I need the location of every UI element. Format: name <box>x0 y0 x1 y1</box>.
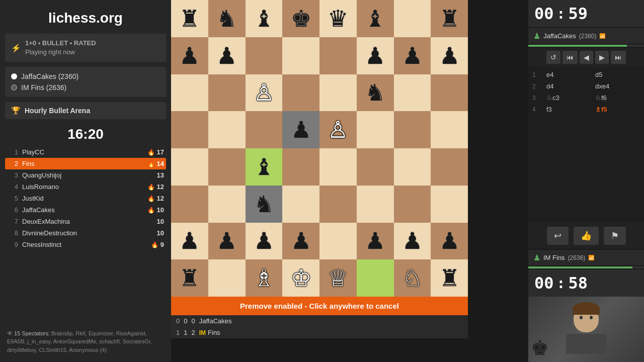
chess-cell-2-6[interactable] <box>394 74 431 112</box>
timer-colon-top: : <box>557 6 566 22</box>
chess-cell-2-4[interactable] <box>319 74 357 112</box>
chess-cell-1-1[interactable]: ♟ <box>208 37 246 74</box>
lb-row-3[interactable]: 3 QuangUshijoj 13 <box>5 169 166 181</box>
chess-cell-4-5[interactable] <box>357 148 394 186</box>
last-move-button[interactable]: ⏭ <box>611 51 626 64</box>
lb-row-1[interactable]: 1 PlayCC 🔥 17 <box>5 146 166 158</box>
chess-cell-7-2[interactable]: ♗ <box>246 259 283 297</box>
undo-button[interactable]: ↩ <box>547 227 569 245</box>
chess-cell-4-1[interactable] <box>208 148 246 186</box>
chess-cell-4-7[interactable] <box>431 148 468 186</box>
game-info-box: ⚡ 1+0 • BULLET • RATED Playing right now <box>5 34 166 62</box>
chess-cell-1-4[interactable] <box>319 37 357 74</box>
chess-cell-5-1[interactable] <box>208 186 246 223</box>
chess-cell-1-7[interactable]: ♟ <box>431 37 468 74</box>
premove-bar[interactable]: Premove enabled - Click anywhere to canc… <box>171 297 468 315</box>
moves-table: 1 e4 d5 2 d4 dxe4 3 ♘c3 ♘f6 4 f3 ♗f5 <box>528 67 644 223</box>
chess-cell-7-6[interactable]: ♘ <box>394 259 431 297</box>
chess-cell-3-0[interactable] <box>171 111 208 148</box>
lb-row-8[interactable]: 8 DivnineDestruction 10 <box>5 227 166 239</box>
flip-button[interactable]: ↺ <box>546 51 560 64</box>
lb-row-2[interactable]: 2 Fins 🔥 14 <box>5 158 166 169</box>
chess-cell-2-0[interactable] <box>171 74 208 112</box>
bottom-timer-sec: 58 <box>568 274 588 293</box>
chess-cell-6-3[interactable]: ♟ <box>282 223 319 260</box>
chess-cell-4-2[interactable]: ♝ <box>246 148 283 186</box>
chess-cell-0-1[interactable]: ♞ <box>208 0 246 37</box>
next-move-button[interactable]: ▶ <box>595 51 609 64</box>
lb-row-4[interactable]: 4 LuisRomano 🔥 12 <box>5 181 166 193</box>
chess-cell-6-4[interactable] <box>319 223 357 260</box>
chess-cell-1-3[interactable] <box>282 37 319 74</box>
chess-cell-4-4[interactable] <box>319 148 357 186</box>
chess-cell-6-7[interactable]: ♟ <box>431 223 468 260</box>
chess-cell-3-3[interactable]: ♟ <box>282 111 319 148</box>
chess-cell-1-2[interactable] <box>246 37 283 74</box>
chess-cell-5-7[interactable] <box>431 186 468 223</box>
chess-cell-5-0[interactable] <box>171 186 208 223</box>
chess-cell-1-0[interactable]: ♟ <box>171 37 208 74</box>
right-player-jaffa-rating: (2360) <box>579 33 597 40</box>
chess-cell-3-2[interactable] <box>246 111 283 148</box>
lb-row-9[interactable]: 9 ChessInstinct 🔥 9 <box>5 239 166 250</box>
chess-cell-4-6[interactable] <box>394 148 431 186</box>
right-player-jaffa-name: JaffaCakes <box>543 32 576 40</box>
thumbsup-button[interactable]: 👍 <box>574 227 599 245</box>
top-timer-sec: 59 <box>568 4 588 23</box>
player-dot-black <box>11 84 17 90</box>
chess-cell-7-5[interactable] <box>357 259 394 297</box>
chess-cell-0-4[interactable]: ♛ <box>319 0 357 37</box>
chess-cell-6-5[interactable]: ♟ <box>357 223 394 260</box>
person-hair <box>573 302 600 315</box>
chess-cell-3-6[interactable] <box>394 111 431 148</box>
chess-cell-6-0[interactable]: ♟ <box>171 223 208 260</box>
chess-cell-2-3[interactable] <box>282 74 319 112</box>
chess-cell-5-6[interactable] <box>394 186 431 223</box>
chess-cell-3-1[interactable] <box>208 111 246 148</box>
chess-cell-7-1[interactable] <box>208 259 246 297</box>
chess-cell-0-3[interactable]: ♚ <box>282 0 319 37</box>
chess-cell-7-4[interactable]: ♕ <box>319 259 357 297</box>
chess-cell-0-0[interactable]: ♜ <box>171 0 208 37</box>
chess-cell-5-2[interactable]: ♞ <box>246 186 283 223</box>
chess-cell-7-7[interactable]: ♜ <box>431 259 468 297</box>
lb-row-6[interactable]: 6 JaffaCakes 🔥 10 <box>5 204 166 216</box>
chess-cell-6-2[interactable]: ♟ <box>246 223 283 260</box>
chess-cell-4-3[interactable] <box>282 148 319 186</box>
chess-cell-7-0[interactable]: ♜ <box>171 259 208 297</box>
chess-cell-0-7[interactable]: ♜ <box>431 0 468 37</box>
chess-cell-3-4[interactable]: ♙ <box>319 111 357 148</box>
chess-piece-decoration: ♚ <box>531 336 549 359</box>
signal-icon-fins: 📶 <box>588 255 594 260</box>
chess-cell-1-5[interactable]: ♟ <box>357 37 394 74</box>
chess-cell-1-6[interactable]: ♟ <box>394 37 431 74</box>
chess-cell-5-4[interactable] <box>319 186 357 223</box>
chess-cell-5-3[interactable] <box>282 186 319 223</box>
chess-cell-2-1[interactable] <box>208 74 246 112</box>
chess-cell-6-1[interactable]: ♟ <box>208 223 246 260</box>
chess-cell-0-6[interactable] <box>394 0 431 37</box>
chess-cell-6-6[interactable]: ♟ <box>394 223 431 260</box>
chess-cell-0-5[interactable]: ♝ <box>357 0 394 37</box>
chess-cell-0-2[interactable]: ♝ <box>246 0 283 37</box>
lb-row-7[interactable]: 7 DeuxExMachina 10 <box>5 216 166 227</box>
chess-cell-2-5[interactable]: ♞ <box>357 74 394 112</box>
chess-cell-2-7[interactable] <box>431 74 468 112</box>
chess-cell-7-3[interactable]: ♔ <box>282 259 319 297</box>
person-body <box>566 334 606 354</box>
prev-move-button[interactable]: ◀ <box>580 51 593 64</box>
chess-board[interactable]: ♜♞♝♚♛♝♜♟♟♟♟♟♙♞♟♙♝♞♟♟♟♟♟♟♟♜♗♔♕♘♜ <box>171 0 468 297</box>
chess-cell-4-0[interactable] <box>171 148 208 186</box>
spectators-text: 👁 15 Spectators: Brainslip, RkII, Equimi… <box>7 329 164 354</box>
chess-cell-3-7[interactable] <box>431 111 468 148</box>
flag-button[interactable]: ⚑ <box>604 227 626 245</box>
lb-row-5[interactable]: 5 JustKid 🔥 12 <box>5 193 166 204</box>
chess-cell-5-5[interactable] <box>357 186 394 223</box>
chess-cell-3-5[interactable] <box>357 111 394 148</box>
first-move-button[interactable]: ⏮ <box>562 51 578 64</box>
move-row-4: 4 f3 ♗f5 <box>531 104 641 115</box>
chess-cell-2-2[interactable]: ♙ <box>246 74 283 112</box>
arena-name: Hourly Bullet Arena <box>25 107 90 115</box>
move-controls[interactable]: ↺ ⏮ ◀ ▶ ⏭ <box>528 48 644 67</box>
action-buttons[interactable]: ↩ 👍 ⚑ <box>528 223 644 249</box>
